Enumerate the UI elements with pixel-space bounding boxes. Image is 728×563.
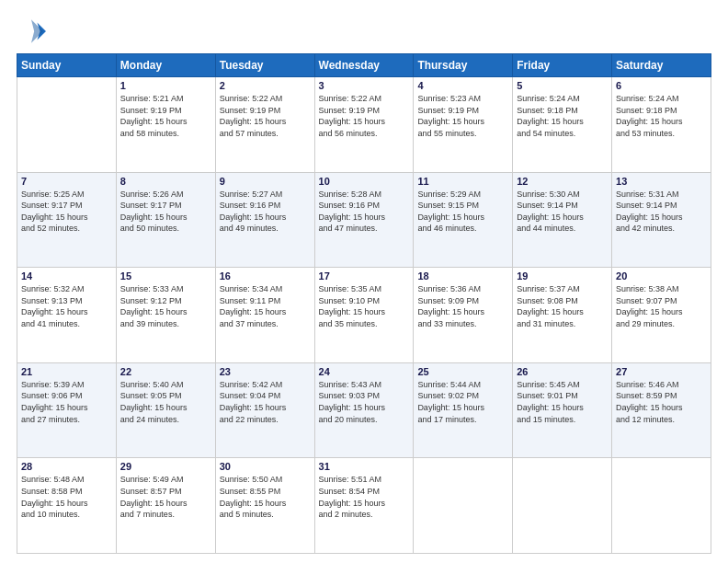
day-info: Sunrise: 5:31 AM Sunset: 9:14 PM Dayligh… xyxy=(616,189,707,235)
day-number: 2 xyxy=(220,80,311,91)
day-info: Sunrise: 5:21 AM Sunset: 9:19 PM Dayligh… xyxy=(120,93,211,139)
day-number: 15 xyxy=(120,270,211,282)
calendar-week-row: 1Sunrise: 5:21 AM Sunset: 9:19 PM Daylig… xyxy=(17,77,711,173)
day-number: 21 xyxy=(21,366,112,377)
day-number: 31 xyxy=(319,461,410,472)
day-info: Sunrise: 5:32 AM Sunset: 9:13 PM Dayligh… xyxy=(21,283,112,329)
calendar-cell: 26Sunrise: 5:45 AM Sunset: 9:01 PM Dayli… xyxy=(513,362,612,458)
day-info: Sunrise: 5:24 AM Sunset: 9:18 PM Dayligh… xyxy=(517,93,608,139)
calendar-cell: 18Sunrise: 5:36 AM Sunset: 9:09 PM Dayli… xyxy=(414,268,513,363)
day-info: Sunrise: 5:25 AM Sunset: 9:17 PM Dayligh… xyxy=(21,189,112,235)
day-info: Sunrise: 5:22 AM Sunset: 9:19 PM Dayligh… xyxy=(220,93,311,139)
weekday-header: Saturday xyxy=(612,54,711,77)
header xyxy=(17,17,711,46)
calendar-cell: 29Sunrise: 5:49 AM Sunset: 8:57 PM Dayli… xyxy=(116,458,215,554)
day-number: 3 xyxy=(319,80,410,91)
day-info: Sunrise: 5:29 AM Sunset: 9:15 PM Dayligh… xyxy=(417,189,508,235)
day-number: 18 xyxy=(417,270,508,282)
calendar-cell: 11Sunrise: 5:29 AM Sunset: 9:15 PM Dayli… xyxy=(414,172,513,268)
calendar-cell: 27Sunrise: 5:46 AM Sunset: 8:59 PM Dayli… xyxy=(612,362,711,458)
weekday-header: Wednesday xyxy=(314,54,414,77)
calendar-cell: 22Sunrise: 5:40 AM Sunset: 9:05 PM Dayli… xyxy=(116,362,215,458)
day-number: 14 xyxy=(21,270,112,282)
weekday-header: Friday xyxy=(513,54,612,77)
day-number: 30 xyxy=(220,461,311,472)
calendar-cell xyxy=(612,458,711,554)
calendar-cell: 14Sunrise: 5:32 AM Sunset: 9:13 PM Dayli… xyxy=(17,268,117,363)
calendar-cell: 12Sunrise: 5:30 AM Sunset: 9:14 PM Dayli… xyxy=(513,172,612,268)
day-number: 24 xyxy=(319,366,410,377)
day-info: Sunrise: 5:33 AM Sunset: 9:12 PM Dayligh… xyxy=(120,283,211,329)
day-number: 29 xyxy=(120,461,211,472)
calendar-week-row: 21Sunrise: 5:39 AM Sunset: 9:06 PM Dayli… xyxy=(17,362,711,458)
day-number: 13 xyxy=(616,176,707,187)
day-number: 16 xyxy=(220,270,311,282)
day-info: Sunrise: 5:48 AM Sunset: 8:58 PM Dayligh… xyxy=(21,474,112,520)
day-number: 25 xyxy=(417,366,508,377)
day-number: 26 xyxy=(517,366,608,377)
day-number: 23 xyxy=(220,366,311,377)
day-number: 8 xyxy=(120,176,211,187)
calendar-cell: 8Sunrise: 5:26 AM Sunset: 9:17 PM Daylig… xyxy=(116,172,215,268)
calendar-cell: 2Sunrise: 5:22 AM Sunset: 9:19 PM Daylig… xyxy=(215,77,314,173)
calendar-cell: 24Sunrise: 5:43 AM Sunset: 9:03 PM Dayli… xyxy=(314,362,414,458)
calendar-cell: 7Sunrise: 5:25 AM Sunset: 9:17 PM Daylig… xyxy=(17,172,117,268)
day-number: 7 xyxy=(21,176,112,187)
day-info: Sunrise: 5:42 AM Sunset: 9:04 PM Dayligh… xyxy=(220,379,311,425)
logo xyxy=(17,17,50,46)
weekday-header: Thursday xyxy=(414,54,513,77)
day-number: 22 xyxy=(120,366,211,377)
day-info: Sunrise: 5:51 AM Sunset: 8:54 PM Dayligh… xyxy=(319,474,410,520)
calendar-cell xyxy=(513,458,612,554)
day-number: 10 xyxy=(319,176,410,187)
weekday-header: Sunday xyxy=(17,54,117,77)
day-number: 27 xyxy=(616,366,707,377)
day-info: Sunrise: 5:27 AM Sunset: 9:16 PM Dayligh… xyxy=(220,189,311,235)
calendar-week-row: 14Sunrise: 5:32 AM Sunset: 9:13 PM Dayli… xyxy=(17,268,711,363)
logo-icon xyxy=(17,17,46,46)
calendar-cell: 4Sunrise: 5:23 AM Sunset: 9:19 PM Daylig… xyxy=(414,77,513,173)
day-number: 12 xyxy=(517,176,608,187)
day-info: Sunrise: 5:34 AM Sunset: 9:11 PM Dayligh… xyxy=(220,283,311,329)
calendar-cell: 15Sunrise: 5:33 AM Sunset: 9:12 PM Dayli… xyxy=(116,268,215,363)
calendar-cell: 20Sunrise: 5:38 AM Sunset: 9:07 PM Dayli… xyxy=(612,268,711,363)
day-number: 28 xyxy=(21,461,112,472)
day-info: Sunrise: 5:43 AM Sunset: 9:03 PM Dayligh… xyxy=(319,379,410,425)
day-info: Sunrise: 5:36 AM Sunset: 9:09 PM Dayligh… xyxy=(417,283,508,329)
calendar-table: SundayMondayTuesdayWednesdayThursdayFrid… xyxy=(17,53,711,554)
day-info: Sunrise: 5:37 AM Sunset: 9:08 PM Dayligh… xyxy=(517,283,608,329)
day-number: 17 xyxy=(319,270,410,282)
day-info: Sunrise: 5:23 AM Sunset: 9:19 PM Dayligh… xyxy=(417,93,508,139)
day-number: 20 xyxy=(616,270,707,282)
calendar-cell: 23Sunrise: 5:42 AM Sunset: 9:04 PM Dayli… xyxy=(215,362,314,458)
calendar-cell: 9Sunrise: 5:27 AM Sunset: 9:16 PM Daylig… xyxy=(215,172,314,268)
day-info: Sunrise: 5:30 AM Sunset: 9:14 PM Dayligh… xyxy=(517,189,608,235)
calendar-cell: 17Sunrise: 5:35 AM Sunset: 9:10 PM Dayli… xyxy=(314,268,414,363)
calendar-cell: 6Sunrise: 5:24 AM Sunset: 9:18 PM Daylig… xyxy=(612,77,711,173)
day-info: Sunrise: 5:24 AM Sunset: 9:18 PM Dayligh… xyxy=(616,93,707,139)
day-info: Sunrise: 5:40 AM Sunset: 9:05 PM Dayligh… xyxy=(120,379,211,425)
day-number: 11 xyxy=(417,176,508,187)
calendar-cell: 28Sunrise: 5:48 AM Sunset: 8:58 PM Dayli… xyxy=(17,458,117,554)
page: SundayMondayTuesdayWednesdayThursdayFrid… xyxy=(0,0,728,563)
calendar-cell: 19Sunrise: 5:37 AM Sunset: 9:08 PM Dayli… xyxy=(513,268,612,363)
calendar-cell xyxy=(17,77,117,173)
calendar-cell: 21Sunrise: 5:39 AM Sunset: 9:06 PM Dayli… xyxy=(17,362,117,458)
calendar-cell: 10Sunrise: 5:28 AM Sunset: 9:16 PM Dayli… xyxy=(314,172,414,268)
weekday-header: Monday xyxy=(116,54,215,77)
day-info: Sunrise: 5:38 AM Sunset: 9:07 PM Dayligh… xyxy=(616,283,707,329)
day-info: Sunrise: 5:44 AM Sunset: 9:02 PM Dayligh… xyxy=(417,379,508,425)
day-number: 1 xyxy=(120,80,211,91)
day-info: Sunrise: 5:35 AM Sunset: 9:10 PM Dayligh… xyxy=(319,283,410,329)
weekday-header: Tuesday xyxy=(215,54,314,77)
calendar-week-row: 7Sunrise: 5:25 AM Sunset: 9:17 PM Daylig… xyxy=(17,172,711,268)
calendar-cell: 16Sunrise: 5:34 AM Sunset: 9:11 PM Dayli… xyxy=(215,268,314,363)
day-number: 19 xyxy=(517,270,608,282)
calendar-cell: 30Sunrise: 5:50 AM Sunset: 8:55 PM Dayli… xyxy=(215,458,314,554)
day-info: Sunrise: 5:49 AM Sunset: 8:57 PM Dayligh… xyxy=(120,474,211,520)
day-number: 4 xyxy=(417,80,508,91)
calendar-cell: 25Sunrise: 5:44 AM Sunset: 9:02 PM Dayli… xyxy=(414,362,513,458)
calendar-cell: 5Sunrise: 5:24 AM Sunset: 9:18 PM Daylig… xyxy=(513,77,612,173)
day-info: Sunrise: 5:39 AM Sunset: 9:06 PM Dayligh… xyxy=(21,379,112,425)
day-info: Sunrise: 5:50 AM Sunset: 8:55 PM Dayligh… xyxy=(220,474,311,520)
